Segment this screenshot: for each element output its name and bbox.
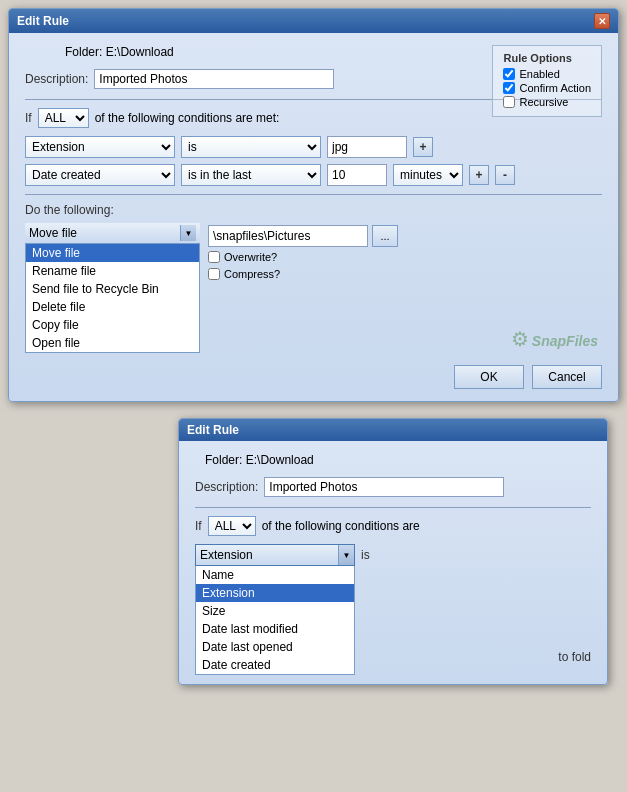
dialog2-ext-item-date-modified[interactable]: Date last modified xyxy=(196,620,354,638)
dialog2-ext-item-size[interactable]: Size xyxy=(196,602,354,620)
description-input[interactable] xyxy=(94,69,334,89)
enabled-checkbox[interactable] xyxy=(503,68,515,80)
dialog2-folder-value: E:\Download xyxy=(246,453,314,467)
confirm-row: Confirm Action xyxy=(503,82,591,94)
folder-label: Folder: xyxy=(65,45,102,59)
action-dropdown-list: Move file Rename file Send file to Recyc… xyxy=(25,244,200,353)
compress-row: Compress? xyxy=(208,268,398,280)
path-section: ... Overwrite? Compress? xyxy=(208,225,398,282)
compress-checkbox[interactable] xyxy=(208,268,220,280)
condition-field-2[interactable]: Extension Name Size Date last modified D… xyxy=(25,164,175,186)
overwrite-section: Overwrite? Compress? xyxy=(208,251,398,282)
overwrite-row: Overwrite? xyxy=(208,251,398,263)
if-label: If xyxy=(25,111,32,125)
dialog-1-body: Rule Options Enabled Confirm Action Recu… xyxy=(9,33,618,401)
dialog2-ext-item-date-opened[interactable]: Date last opened xyxy=(196,638,354,656)
dialog2-is-label: is xyxy=(361,544,370,562)
condition-value-2[interactable] xyxy=(327,164,387,186)
do-following-label: Do the following: xyxy=(25,203,602,217)
dialog-1-title: Edit Rule xyxy=(17,14,69,28)
dialog2-ext-item-extension[interactable]: Extension xyxy=(196,584,354,602)
enabled-row: Enabled xyxy=(503,68,591,80)
enabled-label: Enabled xyxy=(519,68,559,80)
close-button[interactable]: ✕ xyxy=(594,13,610,29)
remove-condition-button-2[interactable]: - xyxy=(495,165,515,185)
dialog2-extension-dropdown[interactable]: Extension ▼ Name Extension Size Date las… xyxy=(195,544,355,566)
dialog2-all-select[interactable]: ALL xyxy=(208,516,256,536)
action-dropdown-arrow[interactable]: ▼ xyxy=(180,225,196,241)
dialog2-description-input[interactable] xyxy=(264,477,504,497)
condition-row-2: Extension Name Size Date last modified D… xyxy=(25,164,602,186)
condition-suffix: of the following conditions are met: xyxy=(95,111,280,125)
watermark: ⚙ SnapFiles xyxy=(511,327,598,351)
dialog2-folder-label: Folder: xyxy=(205,453,242,467)
action-dropdown[interactable]: Move file ▼ Move file Rename file Send f… xyxy=(25,223,200,353)
action-item-recycle[interactable]: Send file to Recycle Bin xyxy=(26,280,199,298)
dialog2-ext-item-date-created[interactable]: Date created xyxy=(196,656,354,674)
action-selected-label: Move file xyxy=(29,226,180,240)
condition-unit-2[interactable]: minutes hours days xyxy=(393,164,463,186)
folder-value: E:\Download xyxy=(106,45,174,59)
overwrite-label: Overwrite? xyxy=(224,251,277,263)
ok-button[interactable]: OK xyxy=(454,365,524,389)
action-item-rename[interactable]: Rename file xyxy=(26,262,199,280)
recursive-row: Recursive xyxy=(503,96,591,108)
dialog2-is-label-section: is xyxy=(361,544,370,562)
cancel-button[interactable]: Cancel xyxy=(532,365,602,389)
dialog2-ext-dropdown-list: Name Extension Size Date last modified D… xyxy=(195,566,355,675)
condition-operator-1[interactable]: is is not contains xyxy=(181,136,321,158)
divider-2 xyxy=(25,194,602,195)
dialog2-condition-header: If ALL of the following conditions are xyxy=(195,516,591,536)
condition-row-1: Extension Name Size Date last modified D… xyxy=(25,136,602,158)
dialog-2-body: Folder: E:\Download Description: If ALL … xyxy=(179,441,607,684)
dialog2-ext-item-name[interactable]: Name xyxy=(196,566,354,584)
condition-value-1[interactable] xyxy=(327,136,407,158)
dialog2-condition-row: Extension ▼ Name Extension Size Date las… xyxy=(195,544,591,566)
recursive-checkbox[interactable] xyxy=(503,96,515,108)
browse-button[interactable]: ... xyxy=(372,225,398,247)
confirm-label: Confirm Action xyxy=(519,82,591,94)
dialog2-if-label: If xyxy=(195,519,202,533)
action-dropdown-top[interactable]: Move file ▼ xyxy=(25,223,200,244)
description-label: Description: xyxy=(25,72,88,86)
all-select[interactable]: ALL ANY xyxy=(38,108,89,128)
path-row: ... xyxy=(208,225,398,247)
dialog2-condition-suffix: of the following conditions are xyxy=(262,519,420,533)
ok-cancel-row: OK Cancel xyxy=(25,365,602,389)
dialog2-ext-selected: Extension xyxy=(196,548,338,562)
condition-operator-2[interactable]: is in the last is before is after xyxy=(181,164,321,186)
edit-rule-dialog-2: Edit Rule Folder: E:\Download Descriptio… xyxy=(178,418,608,685)
overwrite-checkbox[interactable] xyxy=(208,251,220,263)
action-item-copy[interactable]: Copy file xyxy=(26,316,199,334)
dialog2-description-label: Description: xyxy=(195,480,258,494)
confirm-checkbox[interactable] xyxy=(503,82,515,94)
dialog2-ext-dropdown-top[interactable]: Extension ▼ xyxy=(195,544,355,566)
dialog2-description-line: Description: xyxy=(195,477,591,497)
dialog2-ext-dropdown-arrow[interactable]: ▼ xyxy=(338,545,354,565)
dialog-2-title: Edit Rule xyxy=(187,423,239,437)
dialog2-divider-1 xyxy=(195,507,591,508)
add-condition-button-2[interactable]: + xyxy=(469,165,489,185)
recursive-label: Recursive xyxy=(519,96,568,108)
dialog2-folder-line: Folder: E:\Download xyxy=(205,453,591,467)
rule-options-title: Rule Options xyxy=(503,52,591,64)
action-item-move[interactable]: Move file xyxy=(26,244,199,262)
action-item-open[interactable]: Open file xyxy=(26,334,199,352)
edit-rule-dialog-1: Edit Rule ✕ Rule Options Enabled Confirm… xyxy=(8,8,619,402)
dialog-1-title-bar: Edit Rule ✕ xyxy=(9,9,618,33)
condition-field-1[interactable]: Extension Name Size Date last modified D… xyxy=(25,136,175,158)
watermark-text: SnapFiles xyxy=(532,333,598,349)
snap-icon: ⚙ xyxy=(511,328,529,350)
compress-label: Compress? xyxy=(224,268,280,280)
dialog-2-title-bar: Edit Rule xyxy=(179,419,607,441)
action-item-delete[interactable]: Delete file xyxy=(26,298,199,316)
add-condition-button-1[interactable]: + xyxy=(413,137,433,157)
path-input[interactable] xyxy=(208,225,368,247)
rule-options-box: Rule Options Enabled Confirm Action Recu… xyxy=(492,45,602,117)
dialog2-to-folder-label: to fold xyxy=(558,646,591,664)
